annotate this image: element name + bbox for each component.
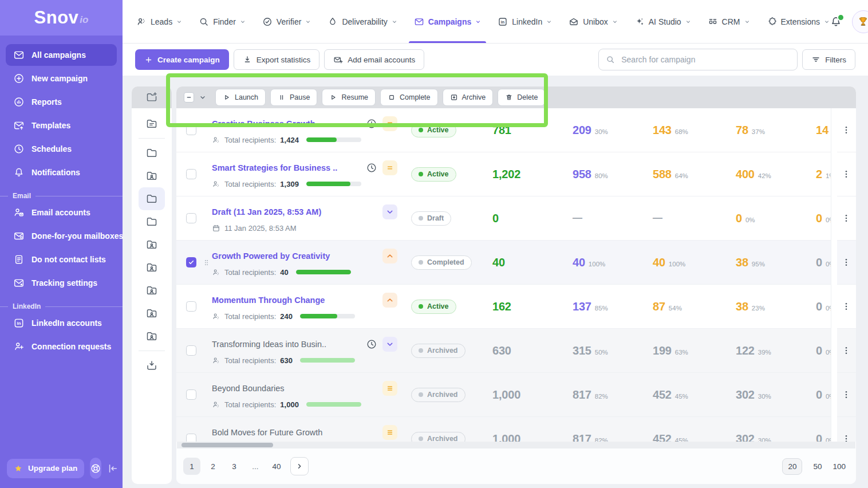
campaign-name-link[interactable]: Creative Business Growth xyxy=(212,119,361,128)
add-email-accounts-button[interactable]: Add email accounts xyxy=(324,49,424,70)
notifications-bell-button[interactable] xyxy=(830,15,842,28)
folder-rail-item[interactable] xyxy=(139,210,165,233)
sidebar-item-tracking-settings[interactable]: Tracking settings xyxy=(6,272,117,294)
nav-item-finder[interactable]: Finder xyxy=(199,0,246,43)
upgrade-plan-button[interactable]: Upgrade plan xyxy=(7,459,84,478)
campaign-name-link[interactable]: Transforming Ideas into Busin.. xyxy=(212,340,361,349)
priority-icon[interactable] xyxy=(382,160,397,175)
campaign-search[interactable] xyxy=(598,49,798,70)
page-size-option[interactable]: 20 xyxy=(782,458,802,475)
collapse-row-button[interactable] xyxy=(382,293,397,308)
row-menu-button[interactable] xyxy=(837,169,856,179)
bulk-delete-button[interactable]: Delete xyxy=(498,89,545,106)
sidebar-item-do-not-contact-lists[interactable]: Do not contact lists xyxy=(6,249,117,270)
row-menu-button[interactable] xyxy=(837,257,856,267)
export-statistics-button[interactable]: Export statistics xyxy=(234,49,320,70)
campaign-name-link[interactable]: Momentum Through Change xyxy=(212,296,379,305)
select-all-checkbox[interactable] xyxy=(184,92,194,103)
drag-handle[interactable] xyxy=(203,259,212,266)
achievements-trophy-button[interactable] xyxy=(852,10,868,33)
folder-rail-item[interactable] xyxy=(139,112,165,135)
campaign-name-link[interactable]: Smart Strategies for Business .. xyxy=(212,163,361,172)
folder-rail-item[interactable] xyxy=(139,233,165,256)
row-checkbox[interactable] xyxy=(186,301,196,312)
schedule-clock-button[interactable] xyxy=(364,116,379,131)
nav-item-crm[interactable]: CRM xyxy=(708,0,750,43)
sidebar-item-connection-requests[interactable]: Connection requests xyxy=(6,336,117,357)
folder-rail-item[interactable] xyxy=(139,279,165,302)
sidebar-item-done-for-you-mailboxes[interactable]: Done-for-you mailboxes xyxy=(6,225,117,247)
search-input[interactable] xyxy=(620,54,790,65)
select-menu-chevron[interactable] xyxy=(199,94,206,101)
bulk-archive-button[interactable]: Archive xyxy=(443,89,494,106)
page-button[interactable]: 3 xyxy=(226,458,243,475)
campaign-name-link[interactable]: Beyond Boundaries xyxy=(212,384,379,393)
folder-rail-item[interactable] xyxy=(139,325,165,348)
nav-item-unibox[interactable]: Unibox xyxy=(569,0,618,43)
row-menu-button[interactable] xyxy=(837,434,856,442)
campaign-name-link[interactable]: Draft (11 Jan 2025, 8:53 AM) xyxy=(212,207,379,217)
nav-item-ai-studio[interactable]: AI Studio xyxy=(634,0,691,43)
row-menu-button[interactable] xyxy=(837,301,856,312)
sidebar-item-email-accounts[interactable]: Email accounts xyxy=(6,202,117,223)
nav-item-extensions[interactable]: Extensions xyxy=(767,0,830,43)
sidebar-item-templates[interactable]: Templates xyxy=(6,115,117,136)
page-size-option[interactable]: 100 xyxy=(833,462,846,471)
priority-icon[interactable] xyxy=(382,425,397,440)
row-checkbox[interactable] xyxy=(186,213,196,223)
sidebar-item-linkedin-accounts[interactable]: inLinkedIn accounts xyxy=(6,312,117,334)
nav-item-leads[interactable]: Leads xyxy=(136,0,182,43)
folder-rail-item[interactable] xyxy=(139,354,165,377)
filters-button[interactable]: Filters xyxy=(802,49,855,70)
row-menu-button[interactable] xyxy=(837,125,856,135)
campaign-name-link[interactable]: Bold Moves for Future Growth xyxy=(212,428,379,437)
expand-row-button[interactable] xyxy=(382,337,397,352)
sidebar-item-new-campaign[interactable]: New campaign xyxy=(6,68,117,89)
nav-item-deliverability[interactable]: Deliverability xyxy=(328,0,397,43)
scrollbar-thumb[interactable] xyxy=(182,443,273,447)
nav-item-campaigns[interactable]: Campaigns xyxy=(414,0,481,43)
row-checkbox[interactable] xyxy=(186,345,196,356)
folder-rail-item[interactable] xyxy=(139,187,165,210)
priority-icon[interactable] xyxy=(382,381,397,396)
collapse-row-button[interactable] xyxy=(382,249,397,263)
folder-rail-item[interactable] xyxy=(139,141,165,164)
bulk-pause-button[interactable]: Pause xyxy=(270,89,317,106)
page-button[interactable]: 40 xyxy=(268,458,285,475)
row-checkbox[interactable] xyxy=(186,169,196,179)
campaign-name-link[interactable]: Growth Powered by Creativity xyxy=(212,251,379,261)
row-checkbox[interactable] xyxy=(186,125,196,135)
schedule-clock-button[interactable] xyxy=(364,160,379,175)
folder-rail-item[interactable] xyxy=(139,302,165,325)
next-page-button[interactable] xyxy=(290,457,309,475)
folder-rail-item[interactable] xyxy=(139,256,165,279)
add-folder-button[interactable] xyxy=(132,86,172,108)
row-menu-button[interactable] xyxy=(837,345,856,356)
row-checkbox[interactable] xyxy=(186,434,196,442)
create-campaign-button[interactable]: Create campaign xyxy=(135,49,229,70)
row-checkbox[interactable] xyxy=(186,389,196,400)
folder-rail-item[interactable] xyxy=(139,164,165,187)
help-button[interactable] xyxy=(90,458,101,479)
page-button[interactable]: 1 xyxy=(183,458,200,475)
bulk-complete-button[interactable]: Complete xyxy=(380,89,438,106)
sidebar-item-reports[interactable]: Reports xyxy=(6,91,117,113)
sidebar-item-notifications[interactable]: Notifications xyxy=(6,162,117,183)
priority-icon[interactable] xyxy=(382,116,397,131)
page-size-option[interactable]: 50 xyxy=(813,462,822,471)
sidebar-item-schedules[interactable]: Schedules xyxy=(6,138,117,160)
bulk-launch-button[interactable]: Launch xyxy=(215,89,266,106)
bulk-resume-button[interactable]: Resume xyxy=(322,89,376,106)
snov-logo[interactable]: Snovio xyxy=(0,0,123,36)
campaign-row: Creative Business Growth Total recipient… xyxy=(176,108,856,152)
sidebar-item-all-campaigns[interactable]: All campaigns xyxy=(6,44,117,66)
row-menu-button[interactable] xyxy=(837,389,856,400)
row-menu-button[interactable] xyxy=(837,213,856,223)
schedule-clock-button[interactable] xyxy=(364,337,379,352)
page-button[interactable]: 2 xyxy=(204,458,222,475)
nav-item-verifier[interactable]: Verifier xyxy=(262,0,311,43)
nav-item-linkedin[interactable]: inLinkedIn xyxy=(498,0,552,43)
collapse-sidebar-button[interactable] xyxy=(107,463,119,474)
row-checkbox[interactable] xyxy=(186,257,196,267)
expand-row-button[interactable] xyxy=(382,204,397,219)
